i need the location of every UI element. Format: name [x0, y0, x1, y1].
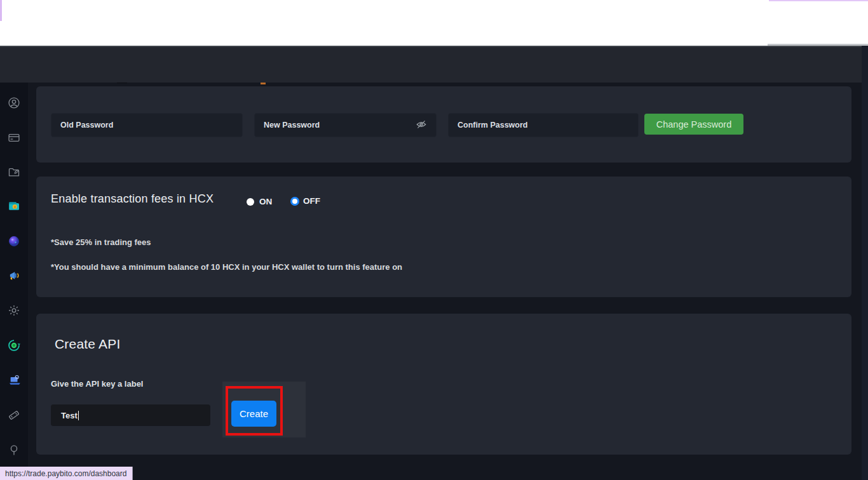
sidebar-item-support[interactable] — [8, 444, 20, 457]
clipped-icon-fragment — [261, 83, 266, 84]
radio-on-icon[interactable] — [247, 198, 254, 206]
screenshot-root: Basic Spot OTC Futures Options — [0, 0, 868, 480]
sidebar-item-cards[interactable] — [8, 131, 20, 144]
status-bar-url: https://trade.paybito.com/dashboard — [0, 467, 133, 480]
navbar-top-gray-strip — [768, 44, 868, 46]
new-password-placeholder: New Password — [264, 121, 320, 130]
sidebar-item-wallet[interactable]: 0 — [8, 200, 20, 213]
confirm-password-input[interactable]: Confirm Password — [448, 113, 639, 137]
vertical-scrollbar[interactable] — [862, 46, 868, 480]
sidebar-item-portfolio[interactable] — [8, 166, 20, 178]
sidebar-item-settings[interactable] — [8, 304, 20, 317]
radio-off-icon[interactable] — [290, 197, 299, 206]
sidebar-item-profile[interactable] — [8, 97, 20, 109]
credit-card-icon — [8, 135, 20, 146]
new-password-input[interactable]: New Password — [254, 113, 437, 137]
globe-icon — [8, 239, 20, 250]
top-navbar — [0, 46, 868, 83]
sidebar-item-rewards[interactable] — [8, 339, 20, 352]
off-label: OFF — [303, 196, 320, 206]
fees-off-radio[interactable]: OFF — [290, 196, 320, 206]
sidebar-item-markets[interactable] — [8, 235, 20, 248]
top-edge-accent — [769, 0, 868, 1]
sidebar-item-referral[interactable] — [8, 409, 20, 422]
laptop-icon — [8, 378, 21, 389]
fees-on-radio[interactable]: ON — [247, 197, 272, 206]
megaphone-icon — [8, 273, 21, 284]
folder-edit-icon — [8, 170, 20, 180]
api-key-value: Test — [61, 411, 78, 420]
tag-icon — [8, 413, 20, 423]
sidebar-item-devices[interactable] — [8, 374, 20, 387]
wallet-icon: 0 — [8, 204, 21, 215]
fees-note-2: *You should have a minimum balance of 10… — [51, 262, 402, 272]
fees-title: Enable transaction fees in HCX — [51, 192, 214, 206]
create-api-panel — [36, 314, 851, 455]
create-api-button[interactable]: Create — [231, 401, 276, 427]
sidebar-item-announcements[interactable] — [8, 269, 20, 282]
old-password-input[interactable]: Old Password — [51, 113, 243, 137]
gear-icon — [8, 308, 20, 319]
left-edge-accent — [0, 0, 2, 21]
on-label: ON — [259, 197, 272, 206]
confirm-password-placeholder: Confirm Password — [458, 121, 527, 130]
api-key-input[interactable]: Test — [51, 404, 210, 426]
create-api-title: Create API — [55, 337, 121, 352]
change-password-button[interactable]: Change Password — [644, 114, 743, 135]
fees-note-1: *Save 25% in trading fees — [51, 237, 151, 247]
eye-off-icon[interactable] — [416, 119, 427, 132]
text-cursor — [78, 411, 79, 420]
user-profile-icon — [8, 100, 20, 111]
scrollbar-gap — [855, 83, 862, 480]
pin-icon — [8, 448, 20, 458]
old-password-placeholder: Old Password — [60, 121, 113, 130]
api-key-label: Give the API key a label — [51, 379, 143, 389]
coin-refresh-icon — [8, 343, 20, 354]
